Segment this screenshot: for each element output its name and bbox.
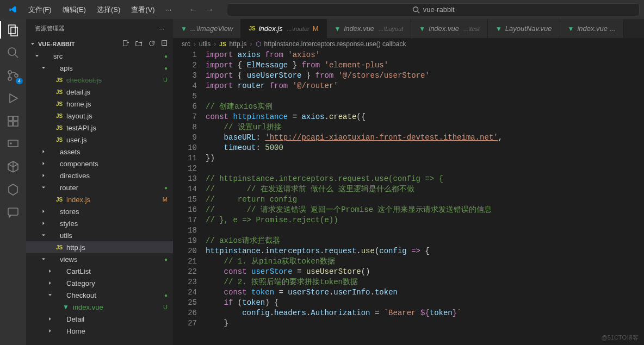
root-name: VUE-RABBIT — [38, 41, 75, 47]
editor-tab[interactable]: ▼index.vue...\Layout — [327, 19, 412, 38]
activity-extensions[interactable] — [7, 115, 20, 128]
titlebar: 文件(F) 编辑(E) 选择(S) 查看(V) ··· ← → vue-rabb… — [0, 0, 644, 19]
folder-row[interactable]: styles — [26, 217, 173, 229]
folder-row[interactable]: views● — [26, 253, 173, 265]
tabbar: ▼...\ImageViewJSindex.js...\router M▼ind… — [173, 19, 644, 38]
editor-area: ▼...\ImageViewJSindex.js...\router M▼ind… — [173, 19, 644, 345]
svg-line-1 — [417, 11, 419, 13]
activity-explorer[interactable] — [7, 23, 20, 36]
search-text: vue-rabbit — [423, 5, 455, 14]
svg-rect-11 — [8, 122, 13, 126]
file-row[interactable]: JSdetail.js — [26, 86, 173, 98]
svg-point-6 — [8, 71, 11, 74]
folder-row[interactable]: apis● — [26, 62, 173, 74]
folder-row[interactable]: utils — [26, 229, 173, 241]
svg-point-7 — [8, 77, 11, 80]
file-row[interactable]: JShome.js — [26, 98, 173, 110]
svg-rect-15 — [8, 208, 18, 215]
search-icon — [412, 6, 420, 14]
folder-row[interactable]: stores — [26, 205, 173, 217]
file-row[interactable]: JScheckout.jsU — [26, 74, 173, 86]
editor-tab[interactable]: JSindex.js...\router M — [241, 19, 326, 38]
editor-tab[interactable]: ▼index.vue ... — [560, 19, 624, 38]
watermark: @51CTO博客 — [602, 334, 639, 342]
activitybar: 4 — [0, 19, 26, 345]
svg-rect-10 — [14, 116, 18, 121]
activity-cube[interactable] — [7, 160, 20, 173]
bc-utils[interactable]: utils — [199, 40, 210, 48]
folder-row[interactable]: router● — [26, 181, 173, 193]
activity-remote[interactable] — [7, 137, 20, 150]
file-row[interactable]: JSindex.jsM — [26, 193, 173, 205]
activity-debug[interactable] — [7, 92, 20, 105]
folder-row[interactable]: CartList — [26, 265, 173, 277]
tree-root-header[interactable]: VUE-RABBIT — [26, 38, 173, 50]
editor-tab[interactable]: ▼...\ImageView — [173, 19, 241, 38]
file-row[interactable]: JSlayout.js — [26, 110, 173, 122]
svg-rect-3 — [11, 27, 17, 36]
file-row[interactable]: JShttp.js — [26, 241, 173, 253]
folder-row[interactable]: assets — [26, 146, 173, 158]
folder-row[interactable]: src● — [26, 50, 173, 62]
folder-row[interactable]: Checkout● — [26, 289, 173, 301]
svg-rect-9 — [8, 116, 13, 121]
vscode-logo — [9, 5, 17, 14]
menu-more[interactable]: ··· — [162, 3, 176, 16]
svg-rect-2 — [9, 25, 15, 34]
code-area[interactable]: 1234567⌄8910111213⌄14151617181920⌄212223… — [173, 50, 644, 345]
folder-row[interactable]: Category — [26, 277, 173, 289]
folder-row[interactable]: components — [26, 158, 173, 170]
bc-file[interactable]: http.js — [230, 40, 247, 48]
svg-point-4 — [8, 48, 16, 55]
svg-point-0 — [413, 7, 418, 11]
svg-line-5 — [15, 54, 18, 58]
nav-forward[interactable]: → — [205, 5, 214, 15]
svg-rect-16 — [123, 40, 127, 46]
bc-symbol[interactable]: httpinstance.interceptors.response.use()… — [264, 40, 406, 48]
refresh-icon[interactable] — [148, 40, 156, 49]
editor-tab[interactable]: ▼LayoutNav.vue — [488, 19, 560, 38]
sidebar: 资源管理器 ··· VUE-RABBIT src●apis●JScheckout… — [26, 19, 173, 345]
menu-select[interactable]: 选择(S) — [92, 3, 125, 17]
menu-edit[interactable]: 编辑(E) — [58, 3, 90, 17]
activity-hex[interactable] — [7, 183, 20, 196]
menu-file[interactable]: 文件(F) — [24, 3, 56, 17]
nav-back[interactable]: ← — [189, 5, 197, 15]
editor-tab[interactable]: ▼index.vue...\test — [411, 19, 488, 38]
bc-src[interactable]: src — [182, 40, 190, 48]
file-row[interactable]: ▼index.vueU — [26, 301, 173, 313]
menu-view[interactable]: 查看(V) — [127, 3, 159, 17]
activity-comment[interactable] — [7, 206, 20, 219]
svg-point-14 — [10, 143, 11, 144]
file-row[interactable]: JStestAPI.js — [26, 122, 173, 134]
file-tree: src●apis●JScheckout.jsUJSdetail.jsJShome… — [26, 50, 173, 345]
folder-row[interactable]: Home — [26, 325, 173, 337]
file-row[interactable]: JSuser.js — [26, 134, 173, 146]
folder-row[interactable]: Detail — [26, 313, 173, 325]
sidebar-more[interactable]: ··· — [159, 26, 164, 32]
new-folder-icon[interactable] — [135, 40, 143, 49]
activity-search[interactable] — [7, 46, 20, 59]
collapse-icon[interactable] — [161, 40, 169, 49]
new-file-icon[interactable] — [122, 40, 129, 49]
svg-rect-13 — [8, 140, 18, 147]
breadcrumb[interactable]: src› utils› JShttp.js› ⬡httpinstance.int… — [173, 38, 644, 50]
sidebar-title: 资源管理器 — [35, 24, 65, 33]
svg-rect-12 — [14, 122, 18, 126]
folder-row[interactable]: directives — [26, 170, 173, 181]
search-bar[interactable]: vue-rabbit — [227, 3, 640, 16]
activity-scm[interactable]: 4 — [7, 69, 20, 82]
